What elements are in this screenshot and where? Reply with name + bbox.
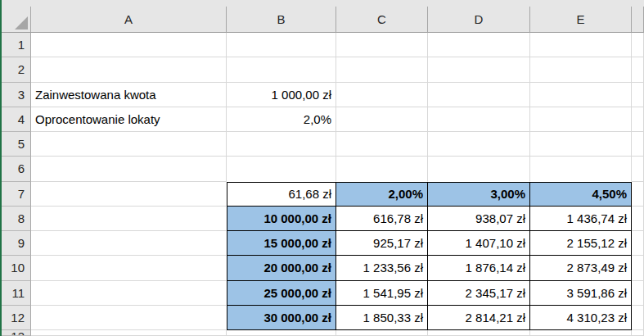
- cell-C3[interactable]: [336, 83, 428, 107]
- cell-F11[interactable]: [632, 281, 644, 306]
- cell-D2[interactable]: [428, 57, 530, 82]
- cell-A9[interactable]: [31, 231, 227, 256]
- cell-C13[interactable]: [336, 330, 428, 336]
- row-header-8[interactable]: 8: [2, 207, 31, 231]
- cell-E2[interactable]: [530, 57, 632, 82]
- column-header-A[interactable]: A: [31, 7, 227, 33]
- cell-F8[interactable]: [632, 207, 644, 231]
- cell-A12[interactable]: [31, 306, 227, 330]
- cell-D5[interactable]: [428, 132, 530, 157]
- cell-A1[interactable]: [31, 33, 227, 57]
- cell-B2[interactable]: [227, 57, 336, 82]
- cell-F5[interactable]: [632, 132, 644, 157]
- row-header-5[interactable]: 5: [2, 132, 31, 157]
- row-header-10[interactable]: 10: [2, 256, 31, 280]
- cell-E4[interactable]: [530, 107, 632, 132]
- cell-B13[interactable]: [227, 330, 336, 336]
- cell-D12[interactable]: 2 814,21 zł: [428, 306, 530, 330]
- cell-A6[interactable]: [31, 157, 227, 181]
- cell-F4[interactable]: [632, 107, 644, 132]
- cell-C4[interactable]: [336, 107, 428, 132]
- excel-worksheet: A B C D E 1 2 3 Zainwestowana kwota: [0, 0, 644, 336]
- cell-E8[interactable]: 1 436,74 zł: [530, 207, 632, 231]
- cell-E1[interactable]: [530, 33, 632, 57]
- cell-F10[interactable]: [632, 256, 644, 280]
- cell-C7-rate-header[interactable]: 2,00%: [336, 182, 428, 207]
- cell-F9[interactable]: [632, 231, 644, 256]
- cell-B1[interactable]: [227, 33, 336, 57]
- cell-B7-formula-result[interactable]: 61,68 zł: [227, 182, 336, 207]
- row-header-9[interactable]: 9: [2, 231, 31, 256]
- cell-E6[interactable]: [530, 157, 632, 181]
- cell-E9[interactable]: 2 155,12 zł: [530, 231, 632, 256]
- cell-D9[interactable]: 1 407,10 zł: [428, 231, 530, 256]
- row-header-3[interactable]: 3: [2, 83, 31, 107]
- column-header-D[interactable]: D: [428, 7, 530, 33]
- cell-A8[interactable]: [31, 207, 227, 231]
- cell-D7-rate-header[interactable]: 3,00%: [428, 182, 530, 207]
- cell-C6[interactable]: [336, 157, 428, 181]
- row-header-2[interactable]: 2: [2, 57, 31, 82]
- cell-B9-amount[interactable]: 15 000,00 zł: [227, 231, 336, 256]
- cell-B11-amount[interactable]: 25 000,00 zł: [227, 281, 336, 306]
- row-header-1[interactable]: 1: [2, 33, 31, 57]
- cell-D10[interactable]: 1 876,14 zł: [428, 256, 530, 280]
- cell-D8[interactable]: 938,07 zł: [428, 207, 530, 231]
- cell-E12[interactable]: 4 310,23 zł: [530, 306, 632, 330]
- cell-F12[interactable]: [632, 306, 644, 330]
- column-header-F-sliver[interactable]: [632, 7, 644, 33]
- cell-B5[interactable]: [227, 132, 336, 157]
- cell-F1[interactable]: [632, 33, 644, 57]
- row-header-11[interactable]: 11: [2, 281, 31, 306]
- cell-B3[interactable]: 1 000,00 zł: [227, 83, 336, 107]
- row-header-4[interactable]: 4: [2, 107, 31, 132]
- cell-C11[interactable]: 1 541,95 zł: [336, 281, 428, 306]
- cell-E10[interactable]: 2 873,49 zł: [530, 256, 632, 280]
- cell-C2[interactable]: [336, 57, 428, 82]
- row-header-13[interactable]: 13: [2, 330, 31, 336]
- cell-A4[interactable]: Oprocentowanie lokaty: [31, 107, 227, 132]
- cell-B8-amount[interactable]: 10 000,00 zł: [227, 207, 336, 231]
- cell-A10[interactable]: [31, 256, 227, 280]
- cell-F7[interactable]: [632, 182, 644, 207]
- cell-D13[interactable]: [428, 330, 530, 336]
- cell-D6[interactable]: [428, 157, 530, 181]
- cell-E11[interactable]: 3 591,86 zł: [530, 281, 632, 306]
- cell-E3[interactable]: [530, 83, 632, 107]
- column-header-B[interactable]: B: [227, 7, 336, 33]
- cell-B6[interactable]: [227, 157, 336, 181]
- cell-F3[interactable]: [632, 83, 644, 107]
- cell-A13[interactable]: [31, 330, 227, 336]
- cell-A11[interactable]: [31, 281, 227, 306]
- column-header-C[interactable]: C: [336, 7, 428, 33]
- cell-E5[interactable]: [530, 132, 632, 157]
- cell-A5[interactable]: [31, 132, 227, 157]
- cell-D3[interactable]: [428, 83, 530, 107]
- cell-D11[interactable]: 2 345,17 zł: [428, 281, 530, 306]
- cell-C10[interactable]: 1 233,56 zł: [336, 256, 428, 280]
- column-header-E[interactable]: E: [530, 7, 632, 33]
- cell-F13[interactable]: [632, 330, 644, 336]
- row-header-6[interactable]: 6: [2, 157, 31, 181]
- cell-A7[interactable]: [31, 182, 227, 207]
- cell-C1[interactable]: [336, 33, 428, 57]
- cell-F2[interactable]: [632, 57, 644, 82]
- cell-A2[interactable]: [31, 57, 227, 82]
- cell-C12[interactable]: 1 850,33 zł: [336, 306, 428, 330]
- cell-B10-amount[interactable]: 20 000,00 zł: [227, 256, 336, 280]
- select-all-button[interactable]: [2, 7, 31, 33]
- cell-E13[interactable]: [530, 330, 632, 336]
- cell-B4[interactable]: 2,0%: [227, 107, 336, 132]
- cell-C8[interactable]: 616,78 zł: [336, 207, 428, 231]
- cell-C5[interactable]: [336, 132, 428, 157]
- cell-E7-rate-header[interactable]: 4,50%: [530, 182, 632, 207]
- cell-C9[interactable]: 925,17 zł: [336, 231, 428, 256]
- row-header-12[interactable]: 12: [2, 306, 31, 330]
- cell-D4[interactable]: [428, 107, 530, 132]
- cell-B12-amount[interactable]: 30 000,00 zł: [227, 306, 336, 330]
- cell-D1[interactable]: [428, 33, 530, 57]
- header-gutter: [2, 0, 644, 7]
- cell-A3[interactable]: Zainwestowana kwota: [31, 83, 227, 107]
- row-header-7[interactable]: 7: [2, 182, 31, 207]
- cell-F6[interactable]: [632, 157, 644, 181]
